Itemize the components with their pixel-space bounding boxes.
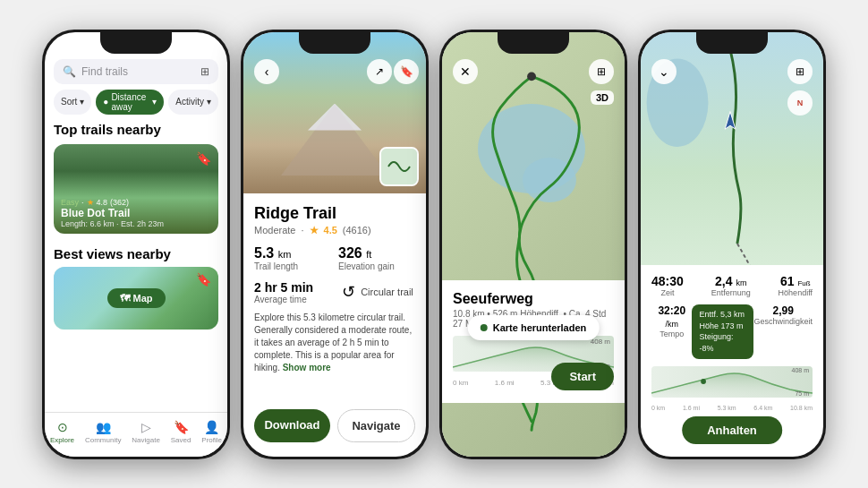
close-button[interactable]: ✕ <box>453 59 478 84</box>
saved-icon: 🔖 <box>174 420 189 434</box>
section-title-top-trails: Top trails nearby <box>45 122 227 144</box>
bookmark-icon-2[interactable]: 🔖 <box>196 272 211 287</box>
save-button[interactable]: 🔖 <box>394 59 419 84</box>
trail-detail-content: Ridge Trail Moderate · ★ 4.5 (4616) 5.3 … <box>243 193 426 374</box>
explore-icon: ⊙ <box>57 420 68 434</box>
map-icon: 🗺 <box>120 293 130 304</box>
rating-1: 4.8 <box>97 198 108 207</box>
star-icon: ★ <box>310 225 319 236</box>
nav-profile[interactable]: 👤 Profile <box>201 420 222 444</box>
halt-button[interactable]: Anhalten <box>682 416 782 444</box>
map-thumbnail[interactable] <box>379 147 419 186</box>
nav-navigate[interactable]: ▷ Navigate <box>132 420 160 444</box>
nav-community[interactable]: 👥 Community <box>85 420 121 444</box>
show-more-btn[interactable]: Show more <box>283 363 331 372</box>
stats-row-2: 32:20 /km Tempo Enttf. 5,3 km Höhe 173 m… <box>651 304 813 358</box>
profile-icon: 👤 <box>204 420 219 434</box>
stat-length: 5.3 km Trail length <box>254 245 331 271</box>
search-input[interactable]: Find trails <box>81 65 195 78</box>
rating: 4.5 <box>324 225 337 235</box>
distance-filter[interactable]: ● Distance away ▾ <box>96 90 164 115</box>
nav-explore[interactable]: ⊙ Explore <box>50 420 74 444</box>
trail-type: Circular trail <box>361 287 413 297</box>
start-button[interactable]: Start <box>551 363 614 390</box>
trail-length-1: Length: 6.6 km · Est. 2h 23m <box>61 219 211 228</box>
nav-map: ⌄ ⊞ N <box>641 32 823 266</box>
download-button[interactable]: Download <box>254 409 330 442</box>
section-best-views: Best views nearby 🔖 🗺 Map <box>45 239 227 330</box>
elevation-detail-box: Enttf. 5,3 km Höhe 173 m Steigung: -8% <box>692 304 753 358</box>
difficulty: Moderate <box>254 225 295 235</box>
stat-time: 48:30 Zeit <box>651 274 684 297</box>
stats-grid: 5.3 km Trail length 326 ft Elevation gai… <box>254 245 415 271</box>
filter-icon[interactable]: ⊞ <box>200 65 209 78</box>
stat-distance: 2,4 km Entfernung <box>711 274 751 297</box>
back-button-4[interactable]: ⌄ <box>651 59 677 84</box>
share-button[interactable]: ↗ <box>367 59 392 84</box>
notch-1 <box>100 32 172 54</box>
phone-1: 🔍 Find trails ⊞ Sort ▾ ● Distance away ▾… <box>42 30 230 459</box>
svg-point-1 <box>527 72 536 81</box>
nav-stats: 48:30 Zeit 2,4 km Entfernung 61 Fuß <box>641 265 823 426</box>
svg-point-4 <box>701 379 706 384</box>
compass[interactable]: N <box>787 90 813 116</box>
views-card[interactable]: 🔖 🗺 Map <box>54 267 218 330</box>
time-row: 2 hr 5 min Average time ↺ Circular trail <box>254 280 415 304</box>
download-banner[interactable]: Karte herunterladen <box>468 315 600 340</box>
layers-button-4[interactable]: ⊞ <box>787 59 813 84</box>
trail-name-3: Seeuferweg <box>453 291 614 307</box>
filter-row: Sort ▾ ● Distance away ▾ Activity ▾ <box>45 90 227 122</box>
phone-3: ✕ ⊞ 3D Karte herunterladen Seeuferweg 10… <box>439 30 627 459</box>
avg-time-label: Average time <box>254 295 313 304</box>
reviews-1: (362) <box>110 198 129 207</box>
nav-elevation-chart: 408 m 75 m <box>651 366 813 398</box>
hero-image: ‹ ↗ 🔖 <box>243 32 426 193</box>
circular-icon: ↺ <box>342 282 355 302</box>
stat-speed: 2,99 Geschwindigkeit <box>753 304 813 358</box>
action-buttons: Download Navigate <box>243 402 426 457</box>
layers-button[interactable]: ⊞ <box>589 59 614 84</box>
trail-description: Explore this 5.3 kilometre circular trai… <box>254 312 415 374</box>
activity-filter[interactable]: Activity ▾ <box>168 90 218 115</box>
stat-tempo: 32:20 /km Tempo <box>651 304 692 358</box>
trail-name: Ridge Trail <box>254 204 415 223</box>
stats-row-1: 48:30 Zeit 2,4 km Entfernung 61 Fuß <box>651 274 813 297</box>
difficulty-1: Easy <box>61 198 79 207</box>
trail-name-1: Blue Dot Trail <box>61 207 211 219</box>
stat-elevation: 326 ft Elevation gain <box>338 245 415 271</box>
notch-4 <box>696 32 768 54</box>
search-icon: 🔍 <box>63 65 76 78</box>
notch-2 <box>299 32 370 54</box>
avg-time: 2 hr 5 min <box>254 280 313 295</box>
phone-4: ⌄ ⊞ N 48:30 Zeit 2,4 km Entfer <box>638 30 826 459</box>
section-title-best-views: Best views nearby <box>54 246 218 267</box>
bottom-nav: ⊙ Explore 👥 Community ▷ Navigate 🔖 Saved… <box>45 412 227 457</box>
trail-card-1[interactable]: 🔖 Easy · ★ 4.8 (362) Blue Dot Trail Leng… <box>54 144 218 234</box>
download-dot <box>481 324 488 331</box>
phone-2: ‹ ↗ 🔖 Ridge Trail Moderate · ★ 4.5 <box>241 30 429 459</box>
navigate-icon: ▷ <box>141 420 151 434</box>
3d-button[interactable]: 3D <box>591 90 614 105</box>
nav-saved[interactable]: 🔖 Saved <box>171 420 191 444</box>
star-icon-1: ★ <box>87 198 94 207</box>
notch-3 <box>498 32 569 54</box>
bookmark-icon-1[interactable]: 🔖 <box>196 151 211 166</box>
map-button[interactable]: 🗺 Map <box>107 288 166 308</box>
reviews: (4616) <box>343 225 371 235</box>
search-bar[interactable]: 🔍 Find trails ⊞ <box>54 59 218 84</box>
stat-elevation: 61 Fuß Höhendiff <box>779 274 813 297</box>
sort-filter[interactable]: Sort ▾ <box>54 90 91 115</box>
community-icon: 👥 <box>96 420 111 434</box>
trail-info-panel: Seeuferweg 10.8 km • 526 m Höhendiff. • … <box>442 280 625 403</box>
back-button[interactable]: ‹ <box>254 59 279 84</box>
navigate-button[interactable]: Navigate <box>337 409 415 442</box>
trail-map: ✕ ⊞ 3D Karte herunterladen Seeuferweg 10… <box>442 32 625 457</box>
